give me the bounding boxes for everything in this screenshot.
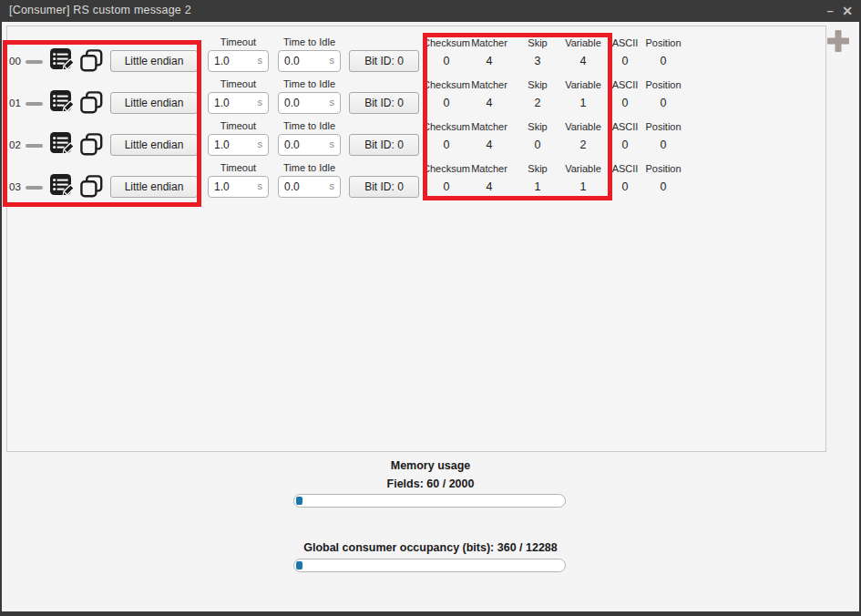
position-value: 0 — [641, 180, 686, 193]
timeout-input[interactable] — [208, 92, 269, 114]
field-row: 02 — [7, 117, 825, 159]
timeout-label: Timeout — [208, 78, 269, 89]
minimize-button[interactable]: – — [823, 3, 837, 19]
checksum-stat: Checksum0 — [419, 75, 474, 117]
variable-value: 1 — [560, 180, 606, 193]
skip-value: 3 — [519, 55, 556, 67]
checksum-stat: Checksum0 — [419, 159, 474, 200]
time-to-idle-field: s — [278, 134, 341, 156]
timeout-field: s — [208, 176, 269, 198]
edit-fields-icon[interactable] — [49, 131, 75, 157]
time-to-idle-field: s — [278, 176, 341, 198]
skip-stat: Skip2 — [519, 75, 556, 117]
ascii-stat: ASCII0 — [607, 75, 643, 117]
timeout-field: s — [208, 50, 269, 72]
endian-toggle-button[interactable]: Little endian — [110, 50, 198, 72]
endian-toggle-button[interactable]: Little endian — [110, 92, 198, 114]
skip-value: 0 — [519, 139, 556, 151]
skip-stat: Skip3 — [519, 33, 556, 75]
row-index-label: 00 — [9, 56, 21, 67]
message-fields-panel: 00 — [6, 26, 826, 452]
ascii-value: 0 — [607, 180, 643, 193]
checksum-value: 0 — [419, 139, 474, 151]
fields-progress-bar — [293, 494, 566, 508]
timeout-label: Timeout — [208, 120, 269, 131]
field-row: 00 — [7, 33, 825, 75]
checksum-value: 0 — [419, 180, 474, 193]
remove-row-icon[interactable] — [26, 60, 43, 64]
variable-value: 4 — [560, 55, 606, 67]
occupancy-progress-fill — [296, 561, 302, 570]
edit-fields-icon[interactable] — [49, 173, 75, 199]
remove-row-icon[interactable] — [26, 102, 43, 106]
variable-stat: Variable2 — [560, 117, 606, 159]
variable-stat: Variable1 — [560, 159, 606, 200]
checksum-value: 0 — [419, 55, 474, 67]
ascii-value: 0 — [607, 139, 643, 151]
time-to-idle-input[interactable] — [278, 176, 341, 198]
ascii-stat: ASCII0 — [607, 159, 643, 200]
skip-stat: Skip1 — [519, 159, 556, 200]
time-to-idle-label: Time to Idle — [278, 120, 341, 131]
bit-id-button[interactable]: Bit ID: 0 — [349, 176, 419, 198]
copy-row-icon[interactable] — [80, 49, 103, 72]
field-row: 01 — [7, 75, 825, 117]
skip-value: 2 — [519, 97, 556, 109]
matcher-stat: Matcher4 — [466, 33, 512, 75]
endian-toggle-button[interactable]: Little endian — [110, 176, 198, 198]
variable-value: 2 — [560, 139, 606, 151]
row-index-label: 01 — [9, 98, 21, 108]
position-value: 0 — [641, 139, 686, 151]
bit-id-button[interactable]: Bit ID: 0 — [349, 134, 419, 156]
ascii-stat: ASCII0 — [607, 117, 643, 159]
position-value: 0 — [641, 55, 686, 67]
app-window: [Consumer] RS custom message 2 – ✕ 00 — [0, 0, 861, 616]
endian-toggle-button[interactable]: Little endian — [110, 134, 198, 156]
remove-row-icon[interactable] — [26, 144, 43, 148]
time-to-idle-input[interactable] — [278, 92, 341, 114]
remove-row-icon[interactable] — [26, 186, 43, 190]
window-title: [Consumer] RS custom message 2 — [9, 4, 191, 16]
copy-row-icon[interactable] — [80, 175, 103, 198]
timeout-input[interactable] — [208, 176, 269, 198]
skip-stat: Skip0 — [519, 117, 556, 159]
skip-value: 1 — [519, 180, 556, 193]
time-to-idle-input[interactable] — [278, 134, 341, 156]
position-value: 0 — [641, 97, 686, 109]
checksum-value: 0 — [419, 97, 474, 109]
add-row-icon[interactable] — [826, 29, 850, 53]
time-to-idle-field: s — [278, 92, 341, 114]
titlebar: [Consumer] RS custom message 2 – ✕ — [0, 0, 861, 22]
copy-row-icon[interactable] — [80, 133, 103, 156]
window-content: 00 — [2, 22, 859, 611]
position-stat: Position0 — [641, 33, 686, 75]
bit-id-button[interactable]: Bit ID: 0 — [349, 50, 419, 72]
matcher-value: 4 — [466, 180, 512, 193]
timeout-input[interactable] — [208, 50, 269, 72]
fields-progress-fill — [296, 497, 302, 505]
close-button[interactable]: ✕ — [840, 3, 855, 19]
time-to-idle-label: Time to Idle — [278, 162, 341, 173]
timeout-input[interactable] — [208, 134, 269, 156]
matcher-value: 4 — [466, 139, 512, 151]
matcher-stat: Matcher4 — [466, 117, 512, 159]
variable-stat: Variable4 — [560, 33, 606, 75]
occupancy-label: Global consumer occupancy (bits): 360 / … — [2, 541, 859, 554]
matcher-stat: Matcher4 — [466, 159, 512, 200]
edit-fields-icon[interactable] — [49, 47, 75, 73]
time-to-idle-input[interactable] — [278, 50, 341, 72]
ascii-stat: ASCII0 — [607, 33, 643, 75]
memory-usage-title: Memory usage — [2, 459, 859, 472]
position-stat: Position0 — [641, 117, 686, 159]
position-stat: Position0 — [641, 159, 686, 200]
occupancy-progress-bar — [293, 559, 566, 572]
time-to-idle-label: Time to Idle — [278, 78, 341, 89]
row-index-label: 03 — [9, 181, 21, 192]
checksum-stat: Checksum0 — [419, 33, 474, 75]
matcher-value: 4 — [466, 97, 512, 109]
bit-id-button[interactable]: Bit ID: 0 — [349, 92, 419, 114]
edit-fields-icon[interactable] — [49, 89, 75, 115]
copy-row-icon[interactable] — [80, 91, 103, 114]
timeout-label: Timeout — [208, 36, 269, 47]
fields-count-label: Fields: 60 / 2000 — [2, 477, 859, 490]
